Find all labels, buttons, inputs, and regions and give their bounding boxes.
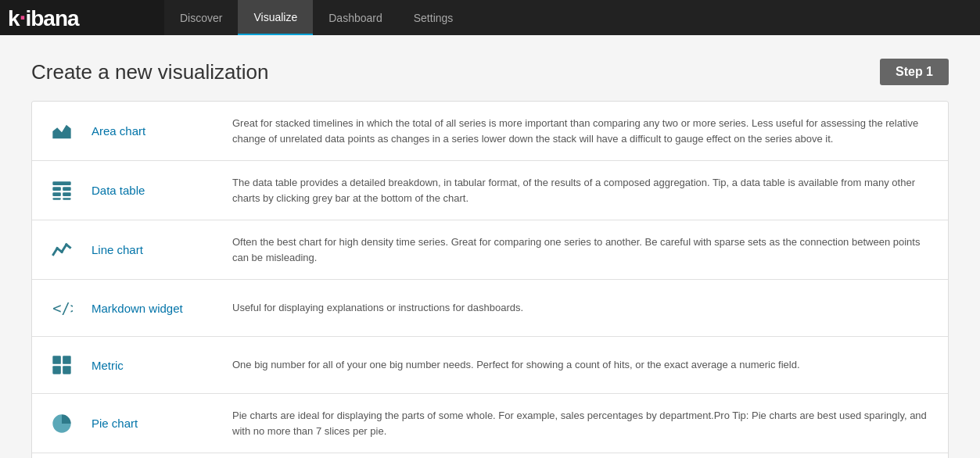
- viz-item-area-chart[interactable]: Area chart Great for stacked timelines i…: [32, 102, 948, 161]
- viz-pie-chart-desc: Pie charts are ideal for displaying the …: [232, 408, 932, 438]
- data-table-icon: [48, 177, 76, 205]
- viz-data-table-desc: The data table provides a detailed break…: [232, 175, 932, 206]
- viz-line-chart-desc: Often the best chart for high density ti…: [232, 234, 932, 265]
- nav-links: Discover Visualize Dashboard Settings: [164, 0, 468, 35]
- svg-rect-3: [52, 192, 61, 196]
- svg-rect-5: [52, 198, 61, 199]
- svg-rect-11: [52, 356, 61, 364]
- nav-dashboard[interactable]: Dashboard: [313, 0, 398, 35]
- svg-rect-0: [52, 181, 70, 185]
- nav-visualize[interactable]: Visualize: [238, 0, 313, 35]
- viz-area-chart-desc: Great for stacked timelines in which the…: [232, 116, 932, 146]
- viz-markdown-desc: Useful for displaying explanations or in…: [232, 300, 932, 316]
- main-content: Create a new visualization Step 1 Area c…: [0, 35, 980, 458]
- viz-item-data-table[interactable]: Data table The data table provides a det…: [32, 161, 948, 220]
- svg-point-8: [60, 250, 63, 253]
- navbar: k·ibana Discover Visualize Dashboard Set…: [0, 0, 980, 35]
- viz-pie-chart-name: Pie chart: [92, 417, 232, 430]
- svg-text:</>: </>: [52, 300, 73, 317]
- viz-line-chart-name: Line chart: [92, 243, 232, 256]
- nav-settings[interactable]: Settings: [398, 0, 469, 35]
- viz-list: Area chart Great for stacked timelines i…: [31, 101, 949, 458]
- viz-data-table-name: Data table: [92, 184, 232, 197]
- viz-area-chart-name: Area chart: [92, 124, 232, 138]
- viz-item-metric[interactable]: Metric One big number for all of your on…: [32, 337, 948, 394]
- svg-rect-6: [63, 198, 71, 199]
- svg-rect-12: [63, 356, 71, 364]
- line-chart-icon: [48, 236, 76, 264]
- svg-rect-4: [63, 192, 71, 196]
- svg-rect-2: [63, 187, 71, 191]
- markdown-icon: </>: [48, 294, 76, 322]
- pie-chart-icon: [48, 410, 76, 438]
- svg-point-9: [65, 243, 68, 246]
- step-badge: Step 1: [880, 59, 949, 85]
- area-chart-icon: [48, 117, 76, 145]
- nav-discover[interactable]: Discover: [164, 0, 238, 35]
- page-header: Create a new visualization Step 1: [31, 59, 949, 85]
- metric-icon: [48, 351, 76, 379]
- viz-item-markdown[interactable]: </> Markdown widget Useful for displayin…: [32, 280, 948, 337]
- svg-rect-1: [52, 187, 61, 191]
- svg-rect-13: [52, 366, 61, 374]
- viz-metric-name: Metric: [92, 359, 232, 372]
- viz-markdown-name: Markdown widget: [92, 302, 232, 315]
- viz-item-line-chart[interactable]: Line chart Often the best chart for high…: [32, 220, 948, 280]
- viz-item-pie-chart[interactable]: Pie chart Pie charts are ideal for displ…: [32, 394, 948, 453]
- viz-item-tile-map[interactable]: Tile map Your source for geographic maps…: [32, 453, 948, 458]
- svg-rect-14: [63, 366, 71, 374]
- logo-text: k·ibana: [8, 5, 79, 31]
- svg-point-7: [56, 246, 59, 249]
- page-title: Create a new visualization: [31, 60, 269, 84]
- viz-metric-desc: One big number for all of your one big n…: [232, 357, 932, 373]
- logo: k·ibana: [0, 0, 164, 35]
